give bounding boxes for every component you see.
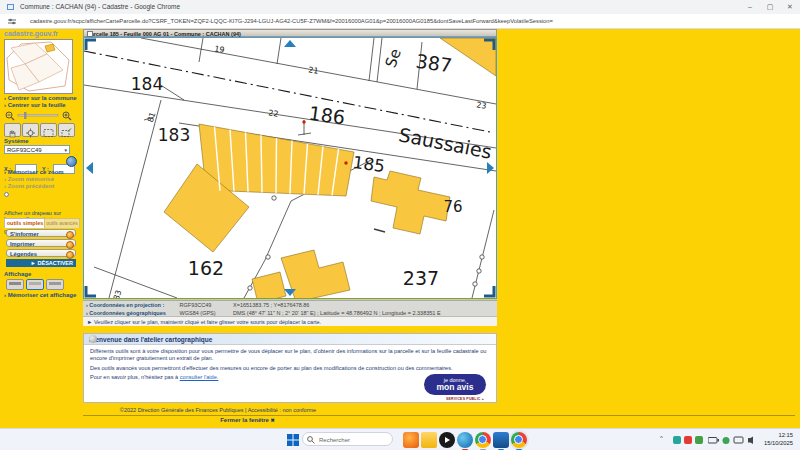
tray-app-icon-teal[interactable] [673, 436, 681, 444]
memorize-zoom-link[interactable]: › Mémoriser ce zoom [4, 169, 64, 175]
media-player-icon[interactable] [439, 432, 455, 448]
parcel-label: 183 [158, 125, 190, 145]
app-status-icon [723, 437, 730, 444]
parcel-label: 186 [307, 102, 346, 129]
start-button-icon[interactable] [287, 434, 299, 446]
sidebar: cadastre.gouv.fr › Centrer sur la commun… [2, 28, 80, 428]
search-icon [307, 436, 315, 444]
parcel-label: 162 [188, 257, 224, 279]
chrome-active-icon[interactable] [511, 432, 527, 448]
avis-line2: mon avis [424, 383, 486, 391]
taskbar-clock[interactable]: 12:15 15/10/2025 [764, 431, 793, 447]
minimap-current-extent [45, 44, 55, 52]
desactiver-button[interactable]: ► DÉSACTIVER [6, 259, 76, 267]
display-mode-2-button[interactable] [26, 279, 44, 290]
zoom-slider-thumb [24, 112, 27, 119]
taskbar: Rechercher ^ 12:15 15/10/2025 [0, 428, 800, 450]
display-mode-3-button[interactable] [46, 279, 64, 290]
hand-icon [6, 128, 19, 138]
center-commune-link[interactable]: › Centrer sur la commune [4, 95, 77, 101]
system-label: Système [4, 138, 29, 144]
clock-time: 12:15 [764, 431, 793, 439]
maximize-button[interactable]: ▢ [762, 2, 778, 12]
memorized-zoom-link[interactable]: › Zoom mémorisé [4, 176, 54, 182]
welcome-help-icon[interactable] [89, 335, 97, 343]
url-text[interactable]: cadastre.gouv.fr/scpc/afficherCarteParce… [30, 18, 553, 24]
consulter-aide-link[interactable]: consulter l'aide. [180, 374, 219, 380]
house-number: 23 [476, 100, 487, 110]
outlook-icon[interactable] [493, 432, 509, 448]
firefox-icon[interactable] [403, 432, 419, 448]
tab-outils-simples[interactable]: outils simples [4, 218, 46, 228]
previous-zoom-link[interactable]: › Zoom précédent [4, 183, 54, 189]
minimize-button[interactable]: – [742, 2, 758, 12]
address-bar[interactable]: cadastre.gouv.fr/scpc/afficherCarteParce… [0, 14, 800, 29]
map-instruction-bar: ► Veuillez cliquer sur le plan, mainteni… [83, 316, 497, 326]
close-button[interactable]: ✕ [782, 2, 798, 12]
imprimer-button[interactable]: Imprimer [6, 239, 76, 247]
system-tray-icons[interactable] [708, 436, 756, 445]
map-window-titlebar: Parcelle 185 - Feuille 000 AG 01 - Commu… [83, 29, 497, 37]
center-tool-button[interactable] [22, 123, 39, 137]
tray-app-icon-green[interactable] [695, 436, 703, 444]
je-donne-mon-avis-button[interactable]: je donne, mon avis [424, 374, 486, 395]
tray-chevron-icon[interactable]: ^ [660, 435, 663, 441]
projection-select[interactable]: RGF93CC49 ▼ [4, 145, 70, 154]
battery-icon [708, 438, 717, 444]
legendes-label: Légendes [10, 251, 37, 257]
search-placeholder: Rechercher [319, 437, 350, 443]
projection-selected-value: RGF93CC49 [7, 147, 42, 153]
parcel-186-marker [302, 120, 305, 123]
copyright-text: ©2022 Direction Générale des Finances Pu… [83, 407, 353, 413]
parcel-label: 185 [351, 152, 386, 176]
sinformer-button[interactable]: S'informer [6, 229, 76, 237]
pan-left-arrow[interactable] [86, 162, 93, 174]
close-window-label: Fermer la fenêtre [220, 417, 269, 423]
coordinates-panel: › Coordonnées en projection : RGF93CC49 … [83, 300, 497, 317]
pan-up-arrow[interactable] [284, 40, 296, 47]
zoom-slider-row[interactable] [4, 110, 74, 121]
tray-app-icon-red[interactable] [684, 436, 692, 444]
center-feuille-link[interactable]: › Centrer sur la feuille [4, 102, 66, 108]
go-coordinates-button[interactable] [66, 156, 77, 167]
crosshair-icon [24, 128, 37, 138]
pan-right-arrow[interactable] [487, 162, 494, 174]
coords-projection-link[interactable]: › Coordonnées en projection : [86, 301, 178, 309]
page-favicon-icon [7, 3, 15, 11]
parcel-label: 387 [414, 50, 453, 77]
services-public-logo: SERVICES PUBLIC + [446, 397, 484, 401]
welcome-paragraph-2: Des outils avancés vous permettront d'ef… [90, 365, 490, 372]
close-window-x-icon: ✖ [271, 417, 275, 423]
welcome-header: Bienvenue dans l'atelier cartographique [84, 334, 496, 345]
parcel-label: 237 [403, 267, 439, 289]
display-mode-row [6, 279, 76, 288]
welcome-title: Bienvenue dans l'atelier cartographique [89, 336, 212, 343]
pan-tool-button[interactable] [4, 123, 21, 137]
site-info-icon[interactable] [8, 18, 16, 25]
clock-date: 15/10/2025 [764, 439, 793, 447]
memorize-display-link[interactable]: › Mémoriser cet affichage [4, 292, 76, 298]
zoom-box-tool-button[interactable] [40, 123, 57, 137]
overview-minimap[interactable] [4, 39, 73, 94]
info-icon [66, 231, 74, 239]
zoom-extent-tool-button[interactable] [58, 123, 75, 137]
dashed-rect-arrow-icon [60, 128, 73, 138]
display-icon [734, 437, 743, 443]
parcel-label: 184 [131, 74, 163, 94]
tab-outils-avances[interactable]: outils avancés [44, 218, 80, 228]
dashed-rect-icon [42, 128, 55, 138]
flag-checkbox[interactable] [4, 192, 9, 197]
edge-icon[interactable] [457, 432, 473, 448]
cadastral-map[interactable]: 184 183 186 185 387 76 162 237 Saussaies… [83, 37, 497, 299]
coords-projection-system: RGF93CC49 [180, 301, 232, 309]
close-window-link[interactable]: Fermer la fenêtre ✖ [155, 417, 340, 423]
taskbar-search[interactable]: Rechercher [302, 432, 393, 446]
footer-divider [83, 415, 795, 416]
affichage-label: Affichage [4, 271, 31, 277]
file-explorer-icon[interactable] [421, 432, 437, 448]
welcome-paragraph-1: Différents outils sont à votre dispositi… [90, 348, 490, 363]
display-mode-1-button[interactable] [6, 279, 24, 290]
chrome-icon[interactable] [475, 432, 491, 448]
legendes-button[interactable]: Légendes [6, 249, 76, 257]
lot-number: 83 [112, 289, 124, 299]
